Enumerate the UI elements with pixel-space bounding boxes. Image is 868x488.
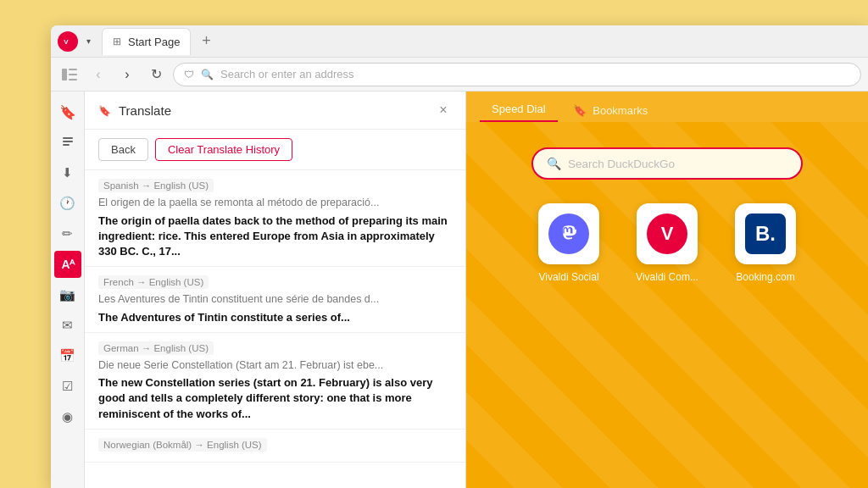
history-item-3[interactable]: German → English (US) Die neue Serie Con… bbox=[85, 333, 465, 430]
history-item-1[interactable]: Spanish → English (US) El origen de la p… bbox=[85, 170, 465, 267]
sidebar-icon-calendar[interactable]: 📅 bbox=[54, 342, 81, 369]
tab-page-icon: ⊞ bbox=[113, 36, 121, 47]
translate-panel: 🔖 Translate × Back Clear Translate Histo… bbox=[85, 92, 466, 488]
panel-title-text: Translate bbox=[119, 103, 171, 118]
reload-button[interactable]: ↻ bbox=[144, 63, 168, 86]
svg-rect-3 bbox=[69, 74, 77, 75]
dial-item-booking[interactable]: B. Booking.com bbox=[723, 203, 808, 283]
translate-icon: 🔖 bbox=[98, 103, 112, 117]
back-button[interactable]: Back bbox=[98, 138, 148, 161]
forward-nav-button[interactable]: › bbox=[115, 63, 139, 86]
clear-history-button[interactable]: Clear Translate History bbox=[155, 138, 292, 161]
bookmark-tab-icon: 🔖 bbox=[573, 104, 587, 117]
history-lang-1: Spanish → English (US) bbox=[98, 179, 214, 192]
sidebar-icon-translate[interactable]: Aᴬ bbox=[54, 251, 81, 278]
shield-icon: 🛡 bbox=[184, 69, 194, 80]
history-translated-1: The origin of paella dates back to the m… bbox=[98, 214, 452, 260]
history-translated-2: The Adventures of Tintin constitute a se… bbox=[98, 310, 452, 325]
speed-dial-grid: Vivaldi Social V Vivaldi Com... B. Booki… bbox=[526, 203, 808, 283]
tab-bar: V ▾ ⊞ Start Page + bbox=[51, 25, 868, 58]
history-lang-3: German → English (US) bbox=[98, 341, 214, 355]
history-lang-4: Norwegian (Bokmål) → English (US) bbox=[98, 438, 267, 452]
active-tab[interactable]: ⊞ Start Page bbox=[102, 28, 191, 55]
history-original-1: El origen de la paella se remonta al mét… bbox=[98, 196, 452, 211]
sidebar-icon-downloads[interactable]: ⬇ bbox=[54, 159, 81, 186]
address-bar[interactable]: 🛡 🔍 Search or enter an address bbox=[173, 63, 861, 86]
dial-icon-vivaldi-com: V bbox=[637, 203, 698, 264]
browser-main: Speed Dial 🔖 Bookmarks 🔍 Search DuckDuck… bbox=[466, 92, 868, 488]
history-lang-2: French → English (US) bbox=[98, 275, 209, 289]
history-original-3: Die neue Serie Constellation (Start am 2… bbox=[98, 358, 452, 374]
vivaldi-logo[interactable]: V bbox=[58, 31, 78, 52]
svg-rect-5 bbox=[63, 137, 73, 139]
new-tab-button[interactable]: + bbox=[194, 30, 218, 53]
history-translated-3: The new Constellation series (start on 2… bbox=[98, 375, 452, 422]
sidebar-icon-reading-list[interactable] bbox=[54, 129, 81, 156]
svg-text:V: V bbox=[64, 38, 69, 46]
search-placeholder: Search DuckDuckGo bbox=[568, 158, 675, 170]
panel-title: 🔖 Translate bbox=[98, 103, 171, 118]
bookmarks-tab-label: Bookmarks bbox=[593, 104, 648, 117]
tab-dropdown[interactable]: ▾ bbox=[81, 35, 95, 48]
speed-dial-bar: Speed Dial 🔖 Bookmarks bbox=[466, 92, 868, 122]
main-content: 🔖 ⬇ 🕐 ✏ Aᴬ 📷 ✉ 📅 ☑ ◉ 🔖 Translate bbox=[51, 92, 868, 488]
svg-rect-6 bbox=[63, 141, 73, 142]
history-original-2: Les Aventures de Tintin constituent une … bbox=[98, 292, 452, 308]
dial-label-vivaldi-social: Vivaldi Social bbox=[538, 271, 598, 283]
svg-rect-4 bbox=[69, 79, 77, 80]
sidebar-icon-notes[interactable]: ✏ bbox=[54, 220, 81, 247]
tab-label: Start Page bbox=[128, 36, 180, 48]
booking-b-icon: B. bbox=[745, 214, 786, 254]
sidebar-icon-tasks[interactable]: ☑ bbox=[54, 373, 81, 400]
history-list: Spanish → English (US) El origen de la p… bbox=[85, 170, 465, 488]
sidebar-icon-history[interactable]: 🕐 bbox=[54, 190, 81, 217]
start-page: 🔍 Search DuckDuckGo Vivaldi Social bbox=[466, 122, 868, 488]
svg-text:🔖: 🔖 bbox=[98, 104, 111, 117]
dial-item-vivaldi-social[interactable]: Vivaldi Social bbox=[526, 203, 611, 283]
svg-rect-1 bbox=[62, 69, 67, 80]
dial-label-vivaldi-com: Vivaldi Com... bbox=[636, 271, 698, 283]
back-nav-button[interactable]: ‹ bbox=[86, 63, 110, 86]
bookmarks-tab[interactable]: 🔖 Bookmarks bbox=[561, 99, 660, 122]
mastodon-icon bbox=[548, 214, 589, 254]
dial-item-vivaldi-com[interactable]: V Vivaldi Com... bbox=[625, 203, 709, 283]
svg-rect-7 bbox=[63, 144, 70, 146]
history-item-4[interactable]: Norwegian (Bokmål) → English (US) bbox=[85, 430, 465, 463]
svg-rect-2 bbox=[69, 69, 77, 70]
sidebar-icon-feeds[interactable]: ◉ bbox=[54, 403, 81, 430]
history-item-2[interactable]: French → English (US) Les Aventures de T… bbox=[85, 267, 465, 333]
sidebar-icon-mail[interactable]: ✉ bbox=[54, 312, 81, 339]
nav-bar: ‹ › ↻ 🛡 🔍 Search or enter an address bbox=[51, 58, 868, 92]
dial-icon-vivaldi-social bbox=[538, 203, 599, 264]
sidebar-icons: 🔖 ⬇ 🕐 ✏ Aᴬ 📷 ✉ 📅 ☑ ◉ bbox=[51, 92, 85, 488]
dial-icon-booking: B. bbox=[735, 203, 796, 264]
dial-label-booking: Booking.com bbox=[736, 271, 794, 283]
search-icon: 🔍 bbox=[201, 69, 214, 80]
panel-header: 🔖 Translate × bbox=[85, 92, 465, 130]
vivaldi-v-icon: V bbox=[647, 214, 687, 254]
sidebar-icon-bookmarks[interactable]: 🔖 bbox=[54, 98, 81, 125]
sidebar-icon-captures[interactable]: 📷 bbox=[54, 281, 81, 308]
panel-actions: Back Clear Translate History bbox=[85, 130, 465, 170]
speed-dial-tab[interactable]: Speed Dial bbox=[480, 97, 558, 122]
search-box[interactable]: 🔍 Search DuckDuckGo bbox=[531, 147, 803, 180]
sidebar-toggle-button[interactable] bbox=[58, 63, 81, 86]
browser-window: V ▾ ⊞ Start Page + ‹ › ↻ 🛡 🔍 Search or e… bbox=[51, 25, 868, 488]
panel-close-button[interactable]: × bbox=[435, 102, 452, 119]
address-placeholder: Search or enter an address bbox=[220, 68, 354, 80]
search-magnifier-icon: 🔍 bbox=[547, 157, 561, 170]
